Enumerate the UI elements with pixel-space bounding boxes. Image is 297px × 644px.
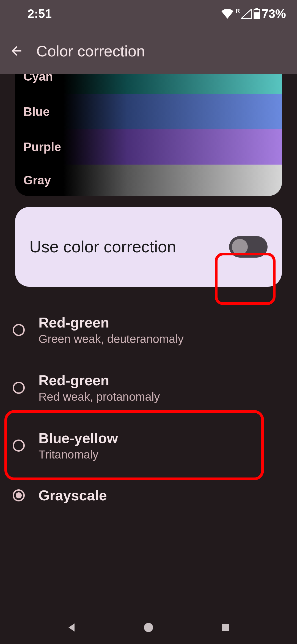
arrow-left-icon: [9, 44, 24, 58]
preview-row-purple: Purple: [15, 129, 282, 165]
battery-icon: [254, 8, 260, 19]
preview-label: Blue: [23, 105, 50, 119]
svg-point-1: [144, 623, 153, 632]
preview-label: Gray: [23, 173, 51, 187]
system-nav-bar: [0, 611, 297, 644]
option-subtitle: Green weak, deuteranomaly: [38, 332, 184, 346]
radio-icon: [13, 489, 25, 501]
preview-row-cyan: Cyan: [15, 74, 282, 94]
correction-mode-list: Red-green Green weak, deuteranomaly Red-…: [0, 303, 297, 516]
color-preview-card: Green Cyan Blue Purple Gray: [15, 74, 282, 196]
preview-row-blue: Blue: [15, 94, 282, 129]
square-recent-icon: [220, 622, 231, 633]
nav-recent-button[interactable]: [217, 619, 234, 636]
network-letter: R: [236, 8, 240, 14]
preview-label: Cyan: [23, 74, 53, 83]
circle-home-icon: [142, 621, 155, 634]
option-title: Red-green: [38, 372, 160, 389]
status-time: 2:51: [28, 7, 52, 21]
battery-percent: 73%: [262, 7, 286, 21]
option-protanomaly[interactable]: Red-green Red weak, protanomaly: [0, 357, 297, 419]
annotation-highlight-toggle: [215, 253, 276, 305]
toggle-label: Use color correction: [29, 236, 176, 258]
nav-back-button[interactable]: [63, 619, 80, 636]
svg-rect-0: [254, 10, 259, 12]
radio-icon: [13, 324, 25, 336]
back-button[interactable]: [8, 42, 25, 60]
content-area: Green Cyan Blue Purple Gray Use color co…: [0, 74, 297, 611]
option-subtitle: Red weak, protanomaly: [38, 390, 160, 403]
annotation-highlight-option: [4, 410, 264, 480]
option-deuteranomaly[interactable]: Red-green Green weak, deuteranomaly: [0, 303, 297, 357]
page-title: Color correction: [36, 42, 145, 60]
nav-home-button[interactable]: [140, 619, 157, 636]
option-title: Grayscale: [38, 487, 107, 504]
app-bar: Color correction: [0, 28, 297, 74]
preview-row-gray: Gray: [15, 165, 282, 196]
triangle-back-icon: [65, 621, 78, 634]
status-icons: R 73%: [221, 7, 286, 21]
preview-label: Purple: [23, 140, 61, 154]
cell-signal-icon: [241, 9, 252, 19]
radio-icon: [13, 382, 25, 394]
status-bar: 2:51 R 73%: [0, 0, 297, 28]
svg-rect-2: [222, 624, 229, 631]
option-title: Red-green: [38, 314, 184, 331]
wifi-icon: [221, 9, 233, 19]
